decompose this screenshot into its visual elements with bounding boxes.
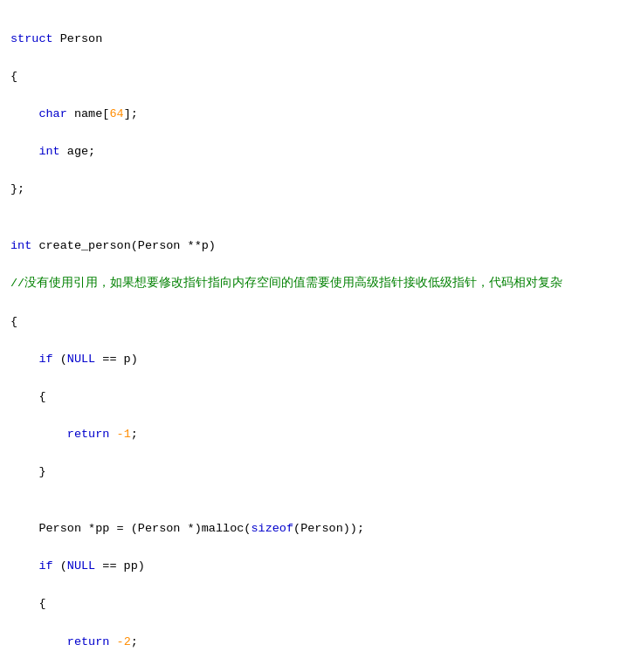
line-7: int create_person(Person **p) — [10, 237, 624, 256]
line-16: if (NULL == pp) — [10, 557, 624, 576]
line-18: return -2; — [10, 633, 624, 652]
line-2: { — [10, 67, 624, 86]
line-11: { — [10, 387, 624, 407]
line-8: //没有使用引用，如果想要修改指针指向内存空间的值需要使用高级指针接收低级指针，… — [10, 274, 624, 293]
line-1: struct Person — [10, 30, 624, 49]
line-13: } — [10, 463, 624, 482]
line-3: char name[64]; — [10, 105, 624, 124]
line-12: return -1; — [10, 425, 624, 444]
line-10: if (NULL == p) — [10, 350, 624, 369]
line-5: }; — [10, 180, 624, 199]
line-9: { — [10, 312, 624, 332]
line-17: { — [10, 594, 624, 614]
line-15: Person *pp = (Person *)malloc(sizeof(Per… — [10, 519, 624, 538]
code-block: struct Person { char name[64]; int age; … — [0, 7, 634, 672]
line-4: int age; — [10, 142, 624, 161]
